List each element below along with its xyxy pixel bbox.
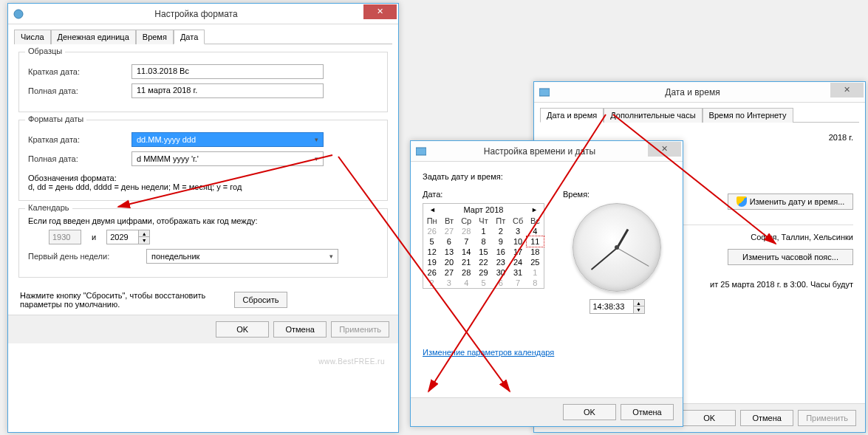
calendar-day[interactable]: 25 bbox=[527, 257, 544, 267]
calendar-day[interactable]: 29 bbox=[475, 267, 492, 278]
date-label: Дата: bbox=[423, 190, 442, 199]
prev-month-icon[interactable]: ◄ bbox=[426, 206, 439, 213]
calendar-day[interactable]: 11 bbox=[526, 236, 544, 247]
calendar-settings-link[interactable]: Изменение параметров календаря bbox=[423, 348, 554, 357]
calendar-day[interactable]: 6 bbox=[492, 278, 509, 288]
close-icon[interactable]: ✕ bbox=[363, 4, 397, 19]
calendar-day[interactable]: 21 bbox=[458, 257, 475, 267]
calendar-day[interactable]: 13 bbox=[440, 247, 457, 257]
calendar-day[interactable]: 28 bbox=[458, 267, 475, 278]
time-input[interactable] bbox=[590, 299, 634, 314]
minute-hand bbox=[591, 247, 618, 270]
calendar-day[interactable]: 27 bbox=[440, 226, 457, 236]
calendar-day[interactable]: 3 bbox=[440, 278, 457, 288]
calendar-day[interactable]: 9 bbox=[492, 236, 509, 247]
svg-point-2 bbox=[14, 10, 23, 18]
calendar-day[interactable]: 7 bbox=[509, 278, 526, 288]
reset-button[interactable]: Сбросить bbox=[234, 292, 287, 308]
year-spin-buttons[interactable]: ▲▼ bbox=[139, 230, 150, 244]
close-icon[interactable]: ✕ bbox=[648, 142, 681, 157]
apply-button[interactable]: Применить bbox=[331, 321, 389, 338]
dow-header: Вт bbox=[440, 216, 457, 226]
calendar-day[interactable]: 8 bbox=[527, 278, 544, 288]
calendar-day[interactable]: 28 bbox=[458, 226, 475, 236]
year-to-spinner[interactable]: ▲▼ bbox=[106, 230, 150, 244]
cancel-button[interactable]: Отмена bbox=[740, 410, 793, 426]
chevron-down-icon: ▾ bbox=[329, 253, 333, 260]
long-format-combo[interactable]: d MMMM yyyy 'г.'▾ bbox=[131, 151, 324, 166]
dow-header: Вс bbox=[527, 216, 544, 226]
calendar[interactable]: ◄ Март 2018 ► ПнВтСрЧтПтСбВс262728123456… bbox=[423, 203, 544, 289]
cancel-button[interactable]: Отмена bbox=[621, 404, 674, 420]
cancel-button[interactable]: Отмена bbox=[273, 321, 327, 338]
calendar-day[interactable]: 30 bbox=[492, 267, 509, 278]
short-format-combo[interactable]: dd.MM.yyyy ddd▾ bbox=[131, 132, 324, 147]
calendar-day[interactable]: 26 bbox=[423, 267, 440, 278]
ok-button[interactable]: OK bbox=[216, 321, 269, 338]
calendar-day[interactable]: 10 bbox=[509, 236, 526, 247]
calendar-day[interactable]: 24 bbox=[509, 257, 526, 267]
dow-header: Ср bbox=[458, 216, 475, 226]
calendar-day[interactable]: 31 bbox=[509, 267, 526, 278]
calendar-day[interactable]: 1 bbox=[527, 267, 544, 278]
change-timezone-button[interactable]: Изменить часовой пояс... bbox=[728, 249, 853, 265]
calendar-day[interactable]: 18 bbox=[527, 247, 544, 257]
calendar-day[interactable]: 22 bbox=[475, 257, 492, 267]
watermark: www.BestFREE.ru bbox=[318, 357, 385, 366]
calendar-day[interactable]: 2 bbox=[423, 278, 440, 288]
tab-date[interactable]: Дата bbox=[174, 30, 205, 44]
ok-button[interactable]: OK bbox=[683, 410, 736, 426]
calendar-day[interactable]: 20 bbox=[440, 257, 457, 267]
firstday-label: Первый день недели: bbox=[28, 252, 146, 261]
next-month-icon[interactable]: ► bbox=[528, 206, 541, 213]
calendar-day[interactable]: 27 bbox=[440, 267, 457, 278]
tab-internet-time[interactable]: Время по Интернету bbox=[703, 108, 793, 123]
tab-numbers[interactable]: Числа bbox=[14, 30, 51, 44]
calendar-day[interactable]: 23 bbox=[492, 257, 509, 267]
calendar-day[interactable]: 17 bbox=[509, 247, 526, 257]
hour-hand bbox=[616, 229, 629, 249]
calendar-day[interactable]: 3 bbox=[509, 226, 526, 236]
close-icon[interactable]: ✕ bbox=[830, 83, 864, 97]
calendar-day[interactable]: 8 bbox=[475, 236, 492, 247]
spin-down-icon[interactable]: ▼ bbox=[634, 306, 644, 313]
calendar-day[interactable]: 5 bbox=[475, 278, 492, 288]
calendar-day[interactable]: 4 bbox=[458, 278, 475, 288]
calendar-day[interactable]: 5 bbox=[423, 236, 440, 247]
calendar-day[interactable]: 7 bbox=[458, 236, 475, 247]
calendar-day[interactable]: 14 bbox=[458, 247, 475, 257]
calendar-day[interactable]: 2 bbox=[492, 226, 509, 236]
svg-rect-0 bbox=[539, 89, 550, 96]
titlebar: Настройка времени и даты ✕ bbox=[411, 141, 683, 162]
tab-time[interactable]: Время bbox=[136, 30, 174, 44]
time-spin-buttons[interactable]: ▲▼ bbox=[634, 299, 645, 314]
ok-button[interactable]: OK bbox=[563, 404, 616, 420]
year-from-spinner bbox=[49, 230, 81, 244]
long-date-sample: 11 марта 2018 г. bbox=[131, 83, 324, 98]
format-settings-window: Настройка формата ✕ Числа Денежная едини… bbox=[7, 3, 399, 433]
calendar-day[interactable]: 1 bbox=[475, 226, 492, 236]
spin-up-icon[interactable]: ▲ bbox=[139, 230, 149, 237]
window-title: Дата и время bbox=[555, 87, 830, 97]
dow-header: Чт bbox=[475, 216, 492, 226]
calendar-day[interactable]: 15 bbox=[475, 247, 492, 257]
calendar-day[interactable]: 16 bbox=[492, 247, 509, 257]
spin-down-icon[interactable]: ▼ bbox=[139, 237, 149, 244]
tab-currency[interactable]: Денежная единица bbox=[51, 30, 136, 44]
tab-additional-clocks[interactable]: Дополнительные часы bbox=[604, 108, 702, 123]
calendar-day[interactable]: 12 bbox=[423, 247, 440, 257]
firstday-combo[interactable]: понедельник▾ bbox=[146, 249, 338, 264]
shield-icon bbox=[737, 196, 747, 207]
calendar-day[interactable]: 26 bbox=[423, 226, 440, 236]
year-to-input[interactable] bbox=[106, 230, 139, 244]
spin-up-icon[interactable]: ▲ bbox=[634, 300, 644, 306]
calendar-day[interactable]: 6 bbox=[440, 236, 457, 247]
apply-button[interactable]: Применить bbox=[798, 410, 856, 426]
change-datetime-button[interactable]: Изменить дату и время... bbox=[728, 193, 853, 210]
svg-rect-1 bbox=[416, 148, 426, 155]
calendar-day[interactable]: 4 bbox=[527, 226, 544, 236]
long-date-label: Полная дата: bbox=[28, 86, 131, 95]
time-spinner[interactable]: ▲▼ bbox=[563, 299, 671, 314]
tab-datetime[interactable]: Дата и время bbox=[540, 108, 604, 123]
calendar-day[interactable]: 19 bbox=[423, 257, 440, 267]
